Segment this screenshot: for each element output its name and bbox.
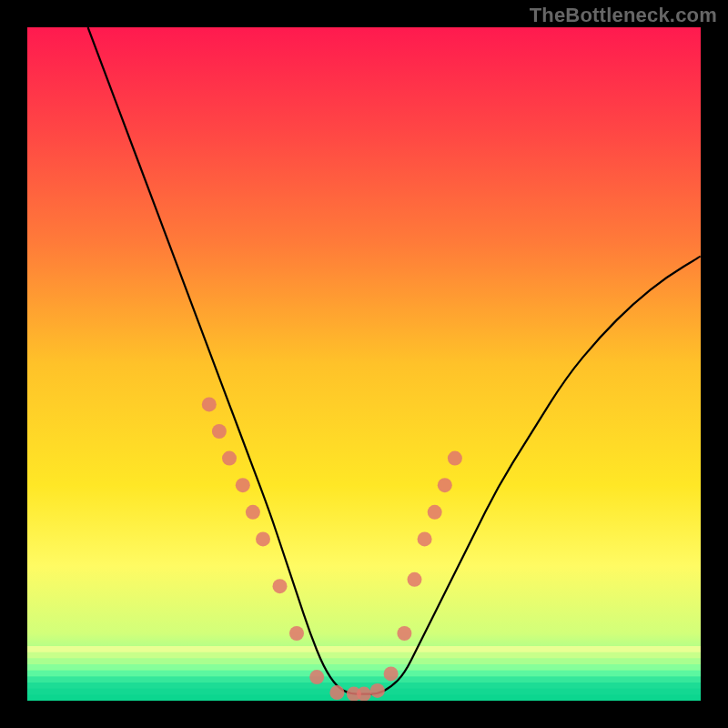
highlight-dot [236, 478, 250, 492]
highlight-dot [397, 626, 411, 641]
svg-rect-4 [27, 671, 701, 677]
highlight-dot [202, 397, 217, 411]
highlight-dot [289, 626, 304, 641]
svg-rect-1 [27, 652, 701, 659]
svg-rect-3 [27, 664, 701, 671]
highlight-dot [418, 531, 432, 546]
bottleneck-chart [27, 27, 701, 701]
gradient-background [27, 27, 701, 701]
highlight-dot [370, 683, 385, 698]
chart-frame [27, 27, 701, 701]
highlight-dot [384, 666, 399, 681]
highlight-dot [212, 424, 227, 439]
highlight-dot [428, 505, 442, 520]
attribution-label: TheBottleneck.com [530, 4, 717, 27]
highlight-dot [222, 451, 237, 466]
svg-rect-0 [27, 646, 701, 652]
highlight-dot [357, 687, 371, 701]
highlight-dot [273, 579, 288, 593]
svg-rect-5 [27, 676, 701, 682]
highlight-dot [246, 505, 260, 520]
highlight-dot [408, 572, 422, 587]
highlight-dot [256, 531, 270, 546]
highlight-dot [448, 451, 462, 466]
highlight-dot [438, 478, 452, 492]
highlight-dot [309, 670, 324, 684]
svg-rect-2 [27, 658, 701, 664]
highlight-dot [329, 685, 344, 700]
